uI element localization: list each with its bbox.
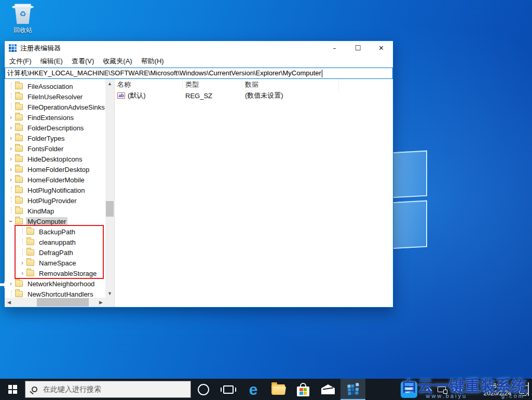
value-row[interactable]: ab(默认)REG_SZ(数值未设置) bbox=[115, 90, 393, 101]
tree-item-FolderTypes[interactable]: ›FolderTypes bbox=[5, 133, 105, 143]
twitter-bird-icon bbox=[404, 385, 414, 394]
tree-item-HomeFolderMobile[interactable]: ›HomeFolderMobile bbox=[5, 175, 105, 185]
tree-collapsed-chevron-icon[interactable]: › bbox=[18, 260, 26, 266]
close-button[interactable]: ✕ bbox=[370, 41, 393, 55]
folder-icon bbox=[26, 239, 34, 245]
cortana-button[interactable] bbox=[191, 379, 216, 400]
regedit-cubes-icon bbox=[347, 384, 358, 395]
folder-icon bbox=[26, 260, 34, 266]
chevron-up-icon bbox=[426, 387, 431, 393]
regedit-taskbar-button[interactable] bbox=[340, 379, 365, 400]
tree-vertical-scrollbar[interactable]: ▲ ▼ bbox=[105, 79, 114, 298]
menu-item-2[interactable]: 查看(V) bbox=[72, 57, 94, 66]
tree-expanded-chevron-icon[interactable]: › bbox=[8, 217, 14, 225]
taskbar-search-input[interactable]: 在此键入进行搜索 bbox=[25, 381, 191, 398]
address-bar[interactable]: 计算机\HKEY_LOCAL_MACHINE\SOFTWARE\Microsof… bbox=[5, 68, 393, 79]
mail-button[interactable] bbox=[316, 379, 340, 400]
window-titlebar[interactable]: 注册表编辑器 – ☐ ✕ bbox=[5, 41, 393, 55]
tree-item-NameSpace[interactable]: ›NameSpace bbox=[5, 258, 105, 268]
store-icon bbox=[297, 383, 309, 396]
search-placeholder: 在此键入进行搜索 bbox=[43, 385, 101, 394]
tree-item-label: FontsFolder bbox=[26, 144, 65, 153]
tray-time: 16:18 bbox=[489, 382, 505, 390]
network-tray-button[interactable] bbox=[438, 386, 446, 392]
scroll-down-arrow[interactable]: ▼ bbox=[105, 289, 114, 298]
tree-collapsed-chevron-icon[interactable]: › bbox=[7, 145, 15, 152]
recycle-bin-desktop-icon[interactable]: ♻ 回收站 bbox=[6, 3, 39, 35]
twitter-tray-icon[interactable] bbox=[401, 381, 417, 398]
scroll-right-arrow[interactable]: ▶ bbox=[97, 298, 105, 307]
tree-item-label: DefragPath bbox=[37, 248, 75, 257]
menu-item-4[interactable]: 帮助(H) bbox=[141, 57, 164, 66]
tree-collapsed-chevron-icon[interactable]: › bbox=[18, 270, 26, 276]
folder-icon bbox=[15, 218, 23, 224]
tree-item-label: NewShortcutHandlers bbox=[26, 290, 94, 298]
tree-item-HideDesktopIcons[interactable]: ›HideDesktopIcons bbox=[5, 154, 105, 164]
tree-collapsed-chevron-icon[interactable]: › bbox=[7, 156, 15, 162]
tree-collapsed-chevron-icon[interactable]: › bbox=[7, 177, 15, 183]
tree-item-HotPlugProvider[interactable]: HotPlugProvider bbox=[5, 195, 105, 206]
folder-icon bbox=[15, 83, 23, 89]
volume-tray-button[interactable] bbox=[453, 386, 462, 393]
tree-guide bbox=[18, 249, 26, 256]
menu-item-3[interactable]: 收藏夹(A) bbox=[103, 57, 132, 66]
folder-icon bbox=[15, 114, 23, 121]
tree-item-RemovableStorage[interactable]: ›RemovableStorage bbox=[5, 268, 105, 278]
vertical-scroll-thumb[interactable] bbox=[106, 201, 114, 217]
column-header-name[interactable]: 名称 bbox=[115, 79, 183, 90]
tray-chevron-button[interactable] bbox=[426, 388, 430, 392]
folder-icon bbox=[15, 94, 23, 100]
tree-item-FileInUseResolver[interactable]: FileInUseResolver bbox=[5, 91, 105, 102]
tree-collapsed-chevron-icon[interactable]: › bbox=[7, 125, 15, 131]
scroll-up-arrow[interactable]: ▲ bbox=[105, 79, 114, 88]
edge-button[interactable]: e bbox=[241, 379, 266, 400]
minimize-button[interactable]: – bbox=[323, 41, 346, 55]
menu-item-0[interactable]: 文件(F) bbox=[9, 57, 32, 66]
folder-icon bbox=[15, 125, 23, 131]
tree-item-FontsFolder[interactable]: ›FontsFolder bbox=[5, 143, 105, 154]
tree-item-label: HideDesktopIcons bbox=[26, 155, 84, 164]
tree-item-HotPlugNotification[interactable]: HotPlugNotification bbox=[5, 185, 105, 195]
tree-item-FileAssociation[interactable]: FileAssociation bbox=[5, 81, 105, 91]
tree-item-DefragPath[interactable]: DefragPath bbox=[5, 247, 105, 258]
tree-guide bbox=[7, 197, 15, 204]
registry-values-pane: 名称 类型 数据 ab(默认)REG_SZ(数值未设置) bbox=[115, 79, 393, 307]
tree-item-MyComputer[interactable]: ›MyComputer bbox=[5, 216, 105, 226]
maximize-button[interactable]: ☐ bbox=[346, 41, 370, 55]
tree-horizontal-scrollbar[interactable]: ◀ ▶ bbox=[5, 298, 105, 307]
tree-item-NetworkNeighborhood[interactable]: ›NetworkNeighborhood bbox=[5, 278, 105, 289]
address-text: 计算机\HKEY_LOCAL_MACHINE\SOFTWARE\Microsof… bbox=[7, 69, 321, 78]
horizontal-scroll-thumb[interactable] bbox=[37, 298, 89, 306]
tree-item-KindMap[interactable]: KindMap bbox=[5, 206, 105, 216]
tree-item-cleanuppath[interactable]: cleanuppath bbox=[5, 237, 105, 247]
tree-collapsed-chevron-icon[interactable]: › bbox=[7, 166, 15, 172]
column-header-type[interactable]: 类型 bbox=[183, 79, 242, 90]
tree-item-NewShortcutHandlers[interactable]: NewShortcutHandlers bbox=[5, 289, 105, 298]
tree-item-FolderDescriptions[interactable]: ›FolderDescriptions bbox=[5, 123, 105, 133]
tree-item-label: BackupPath bbox=[37, 228, 77, 236]
tree-item-label: NetworkNeighborhood bbox=[26, 279, 96, 288]
tree-guide bbox=[7, 186, 15, 194]
tree-item-FileOperationAdviseSinks[interactable]: FileOperationAdviseSinks bbox=[5, 102, 105, 112]
tree-item-FindExtensions[interactable]: ›FindExtensions bbox=[5, 112, 105, 123]
tree-item-HomeFolderDesktop[interactable]: ›HomeFolderDesktop bbox=[5, 164, 105, 175]
menu-item-1[interactable]: 编辑(E) bbox=[40, 57, 63, 66]
file-explorer-button[interactable] bbox=[266, 379, 291, 400]
recycle-bin-label: 回收站 bbox=[6, 26, 39, 35]
tree-item-label: HomeFolderMobile bbox=[26, 176, 86, 184]
edge-icon: e bbox=[249, 382, 258, 397]
store-button[interactable] bbox=[291, 379, 316, 400]
scroll-left-arrow[interactable]: ◀ bbox=[5, 298, 13, 307]
tree-item-BackupPath[interactable]: BackupPath bbox=[5, 226, 105, 237]
start-button[interactable] bbox=[0, 379, 25, 400]
column-header-data[interactable]: 数据 bbox=[242, 79, 339, 90]
folder-icon bbox=[26, 229, 34, 235]
task-view-button[interactable] bbox=[216, 379, 241, 400]
folder-icon bbox=[26, 270, 34, 276]
tree-collapsed-chevron-icon[interactable]: › bbox=[7, 114, 15, 121]
search-icon bbox=[32, 386, 37, 392]
tree-collapsed-chevron-icon[interactable]: › bbox=[7, 281, 15, 287]
tree-item-label: cleanuppath bbox=[37, 238, 77, 247]
tree-collapsed-chevron-icon[interactable]: › bbox=[7, 135, 15, 141]
speaker-icon bbox=[453, 386, 458, 393]
